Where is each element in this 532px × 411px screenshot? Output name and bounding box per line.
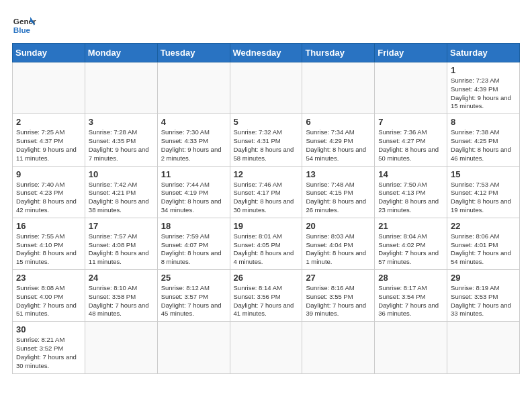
day-info: Sunrise: 7:36 AM Sunset: 4:27 PM Dayligh… <box>378 128 443 163</box>
calendar-cell: 30Sunrise: 8:21 AM Sunset: 3:52 PM Dayli… <box>13 322 85 373</box>
calendar-cell: 2Sunrise: 7:25 AM Sunset: 4:37 PM Daylig… <box>13 114 85 166</box>
day-number: 27 <box>306 273 371 283</box>
week-row-6: 30Sunrise: 8:21 AM Sunset: 3:52 PM Dayli… <box>13 322 520 373</box>
day-info: Sunrise: 7:59 AM Sunset: 4:07 PM Dayligh… <box>161 232 226 267</box>
day-info: Sunrise: 8:04 AM Sunset: 4:02 PM Dayligh… <box>378 232 443 267</box>
calendar-cell: 8Sunrise: 7:38 AM Sunset: 4:25 PM Daylig… <box>447 114 520 166</box>
calendar-cell: 11Sunrise: 7:44 AM Sunset: 4:19 PM Dayli… <box>157 166 230 218</box>
calendar-cell <box>447 322 520 373</box>
day-number: 5 <box>234 117 299 127</box>
day-number: 12 <box>234 169 299 179</box>
day-number: 16 <box>16 221 81 231</box>
day-number: 6 <box>306 117 371 127</box>
calendar-cell: 26Sunrise: 8:14 AM Sunset: 3:56 PM Dayli… <box>230 270 302 322</box>
day-info: Sunrise: 7:30 AM Sunset: 4:33 PM Dayligh… <box>161 128 226 163</box>
day-info: Sunrise: 8:19 AM Sunset: 3:53 PM Dayligh… <box>451 284 516 318</box>
day-info: Sunrise: 8:01 AM Sunset: 4:05 PM Dayligh… <box>234 232 299 267</box>
day-number: 26 <box>234 273 299 283</box>
day-number: 7 <box>378 117 443 127</box>
calendar-cell: 10Sunrise: 7:42 AM Sunset: 4:21 PM Dayli… <box>85 166 157 218</box>
week-row-2: 2Sunrise: 7:25 AM Sunset: 4:37 PM Daylig… <box>13 114 520 166</box>
day-info: Sunrise: 7:23 AM Sunset: 4:39 PM Dayligh… <box>451 77 516 111</box>
day-info: Sunrise: 7:38 AM Sunset: 4:25 PM Dayligh… <box>451 128 516 163</box>
calendar-cell: 12Sunrise: 7:46 AM Sunset: 4:17 PM Dayli… <box>230 166 302 218</box>
day-number: 10 <box>89 169 154 179</box>
day-info: Sunrise: 8:03 AM Sunset: 4:04 PM Dayligh… <box>306 232 371 267</box>
calendar: SundayMondayTuesdayWednesdayThursdayFrid… <box>12 43 520 374</box>
day-info: Sunrise: 8:08 AM Sunset: 4:00 PM Dayligh… <box>16 284 81 318</box>
calendar-cell: 22Sunrise: 8:06 AM Sunset: 4:01 PM Dayli… <box>447 218 520 269</box>
day-info: Sunrise: 8:10 AM Sunset: 3:58 PM Dayligh… <box>89 284 154 318</box>
calendar-cell: 17Sunrise: 7:57 AM Sunset: 4:08 PM Dayli… <box>85 218 157 269</box>
calendar-cell: 25Sunrise: 8:12 AM Sunset: 3:57 PM Dayli… <box>157 270 230 322</box>
page: General Blue SundayMondayTuesdayWednesda… <box>0 0 532 381</box>
day-number: 13 <box>306 169 371 179</box>
day-info: Sunrise: 7:25 AM Sunset: 4:37 PM Dayligh… <box>16 128 81 163</box>
weekday-header-row: SundayMondayTuesdayWednesdayThursdayFrid… <box>13 44 520 62</box>
day-info: Sunrise: 7:32 AM Sunset: 4:31 PM Dayligh… <box>234 128 299 163</box>
logo: General Blue <box>12 12 36 36</box>
day-number: 4 <box>161 117 226 127</box>
day-info: Sunrise: 7:44 AM Sunset: 4:19 PM Dayligh… <box>161 181 226 215</box>
weekday-header-sunday: Sunday <box>13 44 85 62</box>
calendar-cell <box>13 62 85 114</box>
weekday-header-thursday: Thursday <box>302 44 375 62</box>
day-number: 20 <box>306 221 371 231</box>
day-number: 19 <box>234 221 299 231</box>
day-number: 21 <box>378 221 443 231</box>
day-number: 22 <box>451 221 516 231</box>
calendar-cell <box>230 62 302 114</box>
week-row-1: 1Sunrise: 7:23 AM Sunset: 4:39 PM Daylig… <box>13 62 520 114</box>
calendar-cell: 9Sunrise: 7:40 AM Sunset: 4:23 PM Daylig… <box>13 166 85 218</box>
day-number: 23 <box>16 273 81 283</box>
calendar-cell <box>157 322 230 373</box>
calendar-cell: 21Sunrise: 8:04 AM Sunset: 4:02 PM Dayli… <box>375 218 447 269</box>
day-number: 11 <box>161 169 226 179</box>
calendar-cell <box>302 322 375 373</box>
calendar-cell <box>157 62 230 114</box>
day-info: Sunrise: 7:50 AM Sunset: 4:13 PM Dayligh… <box>378 181 443 215</box>
calendar-cell: 14Sunrise: 7:50 AM Sunset: 4:13 PM Dayli… <box>375 166 447 218</box>
calendar-cell: 18Sunrise: 7:59 AM Sunset: 4:07 PM Dayli… <box>157 218 230 269</box>
day-info: Sunrise: 7:34 AM Sunset: 4:29 PM Dayligh… <box>306 128 371 163</box>
calendar-cell <box>85 62 157 114</box>
calendar-cell: 7Sunrise: 7:36 AM Sunset: 4:27 PM Daylig… <box>375 114 447 166</box>
calendar-cell: 24Sunrise: 8:10 AM Sunset: 3:58 PM Dayli… <box>85 270 157 322</box>
calendar-cell: 4Sunrise: 7:30 AM Sunset: 4:33 PM Daylig… <box>157 114 230 166</box>
day-info: Sunrise: 7:55 AM Sunset: 4:10 PM Dayligh… <box>16 232 81 267</box>
day-info: Sunrise: 7:53 AM Sunset: 4:12 PM Dayligh… <box>451 181 516 215</box>
day-info: Sunrise: 8:17 AM Sunset: 3:54 PM Dayligh… <box>378 284 443 318</box>
calendar-cell <box>302 62 375 114</box>
calendar-cell <box>375 322 447 373</box>
day-info: Sunrise: 8:14 AM Sunset: 3:56 PM Dayligh… <box>234 284 299 318</box>
weekday-header-tuesday: Tuesday <box>157 44 230 62</box>
calendar-cell <box>85 322 157 373</box>
day-number: 14 <box>378 169 443 179</box>
day-number: 15 <box>451 169 516 179</box>
weekday-header-friday: Friday <box>375 44 447 62</box>
calendar-cell <box>230 322 302 373</box>
calendar-cell: 16Sunrise: 7:55 AM Sunset: 4:10 PM Dayli… <box>13 218 85 269</box>
logo-icon: General Blue <box>12 12 36 36</box>
calendar-cell: 6Sunrise: 7:34 AM Sunset: 4:29 PM Daylig… <box>302 114 375 166</box>
calendar-cell: 23Sunrise: 8:08 AM Sunset: 4:00 PM Dayli… <box>13 270 85 322</box>
calendar-cell: 27Sunrise: 8:16 AM Sunset: 3:55 PM Dayli… <box>302 270 375 322</box>
day-info: Sunrise: 7:42 AM Sunset: 4:21 PM Dayligh… <box>89 181 154 215</box>
day-info: Sunrise: 7:28 AM Sunset: 4:35 PM Dayligh… <box>89 128 154 163</box>
day-number: 8 <box>451 117 516 127</box>
calendar-cell: 5Sunrise: 7:32 AM Sunset: 4:31 PM Daylig… <box>230 114 302 166</box>
day-number: 24 <box>89 273 154 283</box>
day-number: 29 <box>451 273 516 283</box>
svg-text:Blue: Blue <box>13 26 31 34</box>
day-info: Sunrise: 7:48 AM Sunset: 4:15 PM Dayligh… <box>306 181 371 215</box>
day-info: Sunrise: 8:06 AM Sunset: 4:01 PM Dayligh… <box>451 232 516 267</box>
weekday-header-wednesday: Wednesday <box>230 44 302 62</box>
calendar-cell <box>375 62 447 114</box>
day-number: 18 <box>161 221 226 231</box>
day-number: 1 <box>451 65 516 75</box>
day-number: 30 <box>16 324 81 334</box>
week-row-3: 9Sunrise: 7:40 AM Sunset: 4:23 PM Daylig… <box>13 166 520 218</box>
calendar-cell: 29Sunrise: 8:19 AM Sunset: 3:53 PM Dayli… <box>447 270 520 322</box>
calendar-cell: 15Sunrise: 7:53 AM Sunset: 4:12 PM Dayli… <box>447 166 520 218</box>
calendar-cell: 28Sunrise: 8:17 AM Sunset: 3:54 PM Dayli… <box>375 270 447 322</box>
